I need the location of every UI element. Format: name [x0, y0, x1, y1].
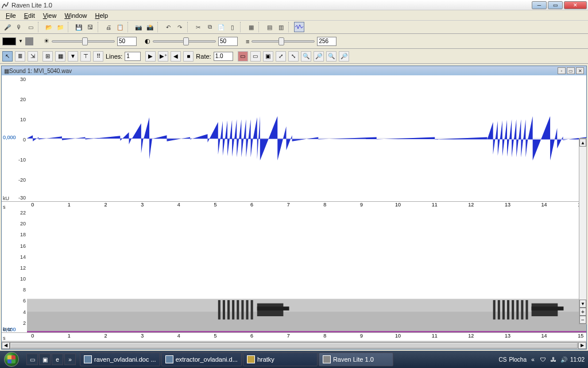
- taskbar-item-folder[interactable]: hratky: [243, 352, 318, 366]
- open-recent-button[interactable]: 📁: [55, 22, 65, 32]
- snapshot-all-button[interactable]: 📸: [145, 22, 155, 32]
- brightness-input[interactable]: [117, 37, 137, 46]
- record-to-file-button[interactable]: 🎙: [14, 22, 24, 32]
- delete-button[interactable]: ▯: [227, 22, 238, 32]
- brightness-slider[interactable]: [52, 40, 115, 43]
- xaxis-tick: 9: [360, 202, 363, 208]
- snapshot-button[interactable]: 📷: [133, 22, 144, 32]
- scroll-thumb[interactable]: [10, 343, 578, 348]
- new-button[interactable]: ▭: [25, 22, 36, 32]
- play-loop-button[interactable]: ▶⁺: [158, 51, 168, 62]
- fft-input[interactable]: [317, 37, 336, 46]
- color-swatch-fg[interactable]: [2, 37, 16, 45]
- rate-input[interactable]: [214, 52, 233, 61]
- taskbar-item-word2[interactable]: extractor_ovladani.d...: [161, 352, 242, 366]
- spectrogram-plot[interactable]: [27, 210, 586, 332]
- vzoom-in[interactable]: +: [579, 308, 586, 316]
- tray-lang[interactable]: CS: [498, 356, 506, 363]
- tray-clock[interactable]: 11:02: [570, 356, 585, 363]
- view-dots[interactable]: ⠿: [93, 51, 103, 62]
- maximize-button[interactable]: ▭: [548, 1, 563, 9]
- quick-explorer-icon[interactable]: ▣: [39, 354, 51, 365]
- start-button[interactable]: [0, 351, 23, 368]
- taskbar-item-raven[interactable]: Raven Lite 1.0: [319, 352, 393, 366]
- doc-close-button[interactable]: ✕: [576, 67, 584, 74]
- view-marker[interactable]: ▼: [68, 51, 78, 62]
- waveform-pane: 30 20 10 0 -10 -20 -30 0,000 kU: [2, 75, 586, 202]
- vscroll-down[interactable]: ▼: [579, 300, 586, 308]
- taskbar-item-word1[interactable]: raven_ovladani.doc ...: [80, 352, 160, 366]
- tray-desktop[interactable]: Plocha: [509, 356, 527, 363]
- quick-desktop-icon[interactable]: ▭: [26, 354, 38, 365]
- filter-button[interactable]: ▤: [264, 22, 274, 32]
- separator: [127, 22, 131, 32]
- stop-button[interactable]: ■: [183, 51, 194, 62]
- record-button[interactable]: 🎤: [2, 22, 13, 32]
- scroll-left-button[interactable]: ◀: [2, 342, 10, 349]
- view-cursor[interactable]: ⊤: [80, 51, 91, 62]
- waveform-plot[interactable]: [27, 75, 586, 201]
- menu-file[interactable]: File: [2, 12, 20, 20]
- tray-volume-icon[interactable]: 🔊: [560, 355, 568, 363]
- save-as-button[interactable]: 🖫: [85, 22, 95, 32]
- zoom-fit-button[interactable]: ▭: [250, 51, 261, 62]
- cut-button[interactable]: ✂: [193, 22, 203, 32]
- lines-input[interactable]: [125, 52, 141, 61]
- play-button[interactable]: ▶: [145, 51, 156, 62]
- scroll-right-button[interactable]: ▶: [578, 342, 586, 349]
- contrast-input[interactable]: [218, 37, 238, 46]
- tray-chevron-icon[interactable]: «: [529, 355, 537, 363]
- zoom-all-y-button[interactable]: ⤡: [288, 51, 299, 62]
- menu-help[interactable]: Help: [92, 12, 112, 20]
- undo-button[interactable]: ↶: [163, 22, 173, 32]
- close-button[interactable]: ✕: [564, 1, 587, 9]
- minimize-button[interactable]: ─: [532, 1, 547, 9]
- toolbar-view: ↖ ≣ ⇲ ⊞ ▦ ▼ ⊤ ⠿ Lines: ▶ ▶⁺ ◀ ■ Rate: ▭ …: [0, 49, 588, 64]
- tool-measure[interactable]: ⇲: [28, 51, 38, 62]
- doc-max-button[interactable]: ▭: [567, 67, 575, 74]
- fft-slider[interactable]: [252, 40, 315, 43]
- horizontal-scrollbar[interactable]: ◀ ▶: [2, 341, 586, 349]
- menu-window[interactable]: Window: [61, 12, 90, 20]
- zoom-all-x-button[interactable]: ⤢: [276, 51, 286, 62]
- quick-ie-icon[interactable]: e: [52, 354, 63, 365]
- dropdown-arrow-icon[interactable]: ▼: [18, 39, 23, 44]
- vscroll-up[interactable]: ▲: [579, 139, 586, 147]
- redo-button[interactable]: ↷: [175, 22, 185, 32]
- separator: [288, 22, 292, 32]
- copy-button[interactable]: ⧉: [204, 22, 215, 32]
- open-button[interactable]: 📂: [44, 22, 54, 32]
- copy-image-button[interactable]: 📋: [115, 22, 125, 32]
- tray-shield-icon[interactable]: 🛡: [539, 355, 547, 363]
- print-button[interactable]: 🖨: [103, 22, 114, 32]
- xaxis-tick: 10: [395, 202, 401, 208]
- zoom-out-y-button[interactable]: 🔎: [339, 51, 349, 62]
- select-all-button[interactable]: ▦: [246, 22, 256, 32]
- paste-button[interactable]: 📄: [216, 22, 226, 32]
- reverse-button[interactable]: ◀: [171, 51, 181, 62]
- tray-network-icon[interactable]: 🖧: [550, 355, 558, 363]
- xaxis-tick: 0: [31, 333, 34, 339]
- view-grid[interactable]: ⊞: [42, 51, 53, 62]
- doc-restore-button[interactable]: ▫: [558, 67, 566, 74]
- quick-more-icon[interactable]: »: [64, 354, 76, 365]
- tool-pointer[interactable]: ↖: [2, 51, 13, 62]
- amplify-button[interactable]: ▥: [276, 22, 286, 32]
- spectrogram-icon[interactable]: [294, 22, 304, 32]
- save-button[interactable]: 💾: [74, 22, 84, 32]
- vertical-scrollbar[interactable]: ▲ ▼ + −: [579, 138, 587, 324]
- zoom-out-x-button[interactable]: 🔎: [314, 51, 324, 62]
- xaxis-tick: 13: [505, 202, 510, 208]
- zoom-in-x-button[interactable]: 🔍: [301, 51, 311, 62]
- contrast-slider[interactable]: [153, 40, 216, 43]
- view-panel[interactable]: ▦: [55, 51, 65, 62]
- vzoom-out[interactable]: −: [579, 316, 586, 324]
- xaxis-tick: 15: [578, 333, 583, 339]
- zoom-in-y-button[interactable]: 🔍: [326, 51, 336, 62]
- menu-edit[interactable]: Edit: [21, 12, 38, 20]
- zoom-sel-button[interactable]: ▭: [238, 51, 248, 62]
- tool-list[interactable]: ≣: [15, 51, 25, 62]
- color-swatch-bg[interactable]: [25, 37, 33, 45]
- zoom-active-button[interactable]: ▣: [263, 51, 273, 62]
- menu-view[interactable]: View: [40, 12, 60, 20]
